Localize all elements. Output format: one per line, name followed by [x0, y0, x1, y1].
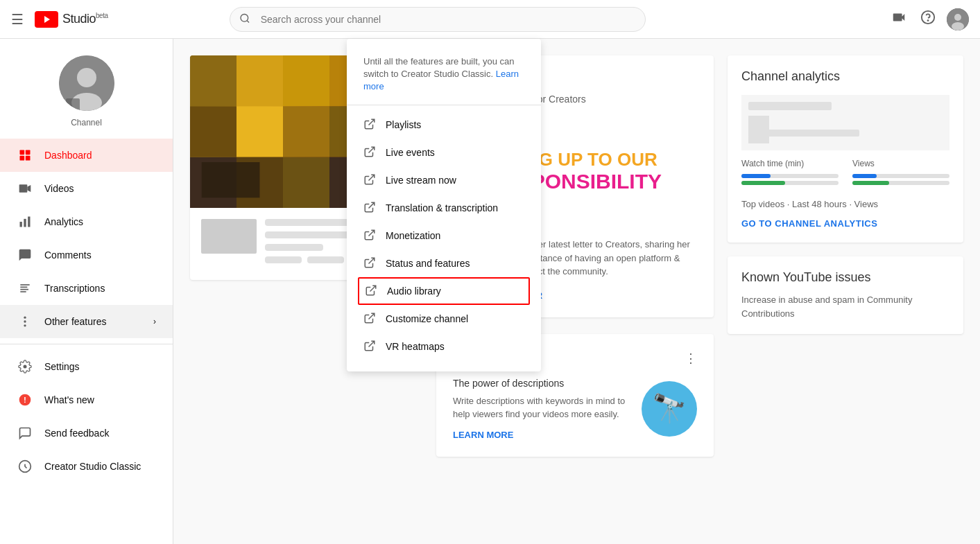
- dropdown-item-customize[interactable]: Customize channel: [347, 305, 541, 333]
- svg-rect-48: [283, 106, 329, 157]
- analytics-metrics: Watch time (min) Views: [741, 159, 949, 188]
- sidebar-item-creator-studio[interactable]: Creator Studio Classic: [0, 450, 173, 483]
- dropdown-item-playlists-label: Playlists: [386, 119, 421, 130]
- sidebar: Channel Dashboard Videos Analytics: [0, 39, 173, 544]
- sidebar-item-settings[interactable]: Settings: [0, 350, 173, 383]
- dropdown-item-status-features[interactable]: Status and features: [347, 249, 541, 277]
- logo[interactable]: Studiobeta: [35, 11, 108, 28]
- dropdown-item-audio-label: Audio library: [387, 286, 441, 297]
- settings-icon: [17, 358, 33, 375]
- creator-studio-icon: [17, 458, 33, 475]
- dropdown-item-vr-heatmaps[interactable]: VR heatmaps: [347, 333, 541, 360]
- svg-line-40: [369, 341, 375, 346]
- svg-rect-15: [20, 156, 25, 161]
- analytics-chart: [741, 95, 949, 150]
- videos-icon: [17, 180, 33, 197]
- send-feedback-icon: [17, 425, 33, 441]
- content-grid: News Our CEO's update for Creators LIVIN…: [190, 55, 963, 527]
- views-label: Views: [852, 159, 949, 168]
- sidebar-item-dashboard[interactable]: Dashboard: [0, 139, 173, 172]
- external-link-icon-3: [363, 173, 377, 187]
- svg-line-36: [369, 230, 375, 236]
- known-issues-panel: Known YouTube issues Increase in abuse a…: [728, 256, 963, 334]
- sidebar-item-other-features[interactable]: Other features ›: [0, 305, 173, 338]
- search-input[interactable]: [230, 7, 646, 32]
- svg-rect-53: [283, 157, 329, 208]
- sidebar-item-send-feedback-label: Send feedback: [44, 428, 109, 439]
- dropdown-item-live-events[interactable]: Live events: [347, 139, 541, 166]
- hamburger-menu[interactable]: ☰: [11, 11, 24, 28]
- svg-point-7: [954, 14, 961, 21]
- external-link-icon-5: [363, 229, 377, 243]
- dropdown-item-customize-label: Customize channel: [386, 313, 468, 324]
- sidebar-item-videos[interactable]: Videos: [0, 172, 173, 205]
- svg-rect-43: [283, 55, 329, 106]
- svg-rect-23: [20, 287, 27, 288]
- other-features-icon: [17, 313, 33, 330]
- idea-item: The power of descriptions Write descript…: [453, 378, 697, 440]
- svg-rect-42: [237, 55, 283, 106]
- sidebar-item-comments[interactable]: Comments: [0, 238, 173, 272]
- svg-line-37: [369, 258, 375, 263]
- dropdown-item-translation[interactable]: Translation & transcription: [347, 194, 541, 222]
- svg-rect-12: [66, 98, 80, 111]
- svg-line-39: [369, 313, 375, 319]
- external-link-icon-9: [363, 340, 377, 353]
- svg-rect-16: [26, 156, 31, 161]
- sidebar-item-other-label: Other features: [44, 316, 107, 327]
- views-fill: [852, 174, 877, 178]
- dropdown-item-playlists[interactable]: Playlists: [347, 111, 541, 139]
- search-bar-container: [230, 7, 646, 32]
- external-link-icon-7: [365, 284, 379, 298]
- sidebar-item-transcriptions-label: Transcriptions: [44, 283, 105, 294]
- ideas-menu-dots[interactable]: ⋮: [685, 351, 697, 366]
- svg-line-34: [369, 175, 375, 180]
- sidebar-item-transcriptions[interactable]: Transcriptions: [0, 272, 173, 305]
- sidebar-item-comments-label: Comments: [44, 249, 92, 261]
- svg-rect-41: [190, 55, 237, 106]
- dropdown-item-live-stream[interactable]: Live stream now: [347, 166, 541, 194]
- watch-time-fill-2: [741, 181, 785, 185]
- info-bar-3: [265, 244, 323, 251]
- sidebar-item-whats-new[interactable]: ! What's new: [0, 383, 173, 416]
- logo-text: Studiobeta: [62, 12, 108, 26]
- svg-rect-47: [237, 106, 283, 157]
- help-button[interactable]: [918, 7, 938, 31]
- svg-point-2: [241, 14, 248, 21]
- views-bg: [852, 174, 949, 178]
- dropdown-item-vr-label: VR heatmaps: [386, 341, 445, 352]
- idea-image: 🔭: [642, 381, 697, 437]
- go-to-channel-analytics-link[interactable]: GO TO CHANNEL ANALYTICS: [741, 218, 877, 229]
- svg-rect-19: [20, 222, 22, 227]
- header-right: [888, 7, 969, 31]
- channel-label: Channel: [71, 118, 102, 128]
- dropdown-item-live-events-label: Live events: [386, 147, 435, 158]
- sidebar-item-whats-new-label: What's new: [44, 394, 94, 405]
- top-videos-label: Top videos · Last 48 hours · Views: [741, 199, 949, 209]
- svg-point-27: [24, 320, 26, 322]
- svg-rect-14: [26, 150, 31, 155]
- user-avatar[interactable]: [947, 8, 969, 30]
- dropdown-item-monetization[interactable]: Monetization: [347, 222, 541, 249]
- dropdown-item-audio-library[interactable]: Audio library: [358, 277, 530, 305]
- dropdown-item-status-label: Status and features: [386, 258, 470, 269]
- watch-time-label: Watch time (min): [741, 159, 839, 168]
- sidebar-item-analytics[interactable]: Analytics: [0, 205, 173, 238]
- sidebar-item-creator-studio-label: Creator Studio Classic: [44, 461, 141, 472]
- svg-line-3: [247, 20, 249, 22]
- header-left: ☰ Studiobeta: [11, 11, 108, 28]
- dashboard-icon: [17, 147, 33, 164]
- create-video-button[interactable]: [888, 7, 909, 31]
- learn-more-link[interactable]: LEARN MORE: [453, 430, 630, 440]
- svg-rect-56: [202, 162, 260, 198]
- youtube-logo-icon: [35, 11, 58, 28]
- svg-rect-17: [19, 184, 28, 193]
- external-link-icon-8: [363, 312, 377, 326]
- external-link-icon: [363, 118, 377, 132]
- svg-point-10: [77, 68, 96, 87]
- sidebar-item-send-feedback[interactable]: Send feedback: [0, 416, 173, 450]
- idea-text: The power of descriptions Write descript…: [453, 378, 630, 440]
- profile-avatar[interactable]: [59, 55, 114, 111]
- binoculars-icon: 🔭: [652, 392, 687, 425]
- svg-rect-46: [190, 106, 237, 157]
